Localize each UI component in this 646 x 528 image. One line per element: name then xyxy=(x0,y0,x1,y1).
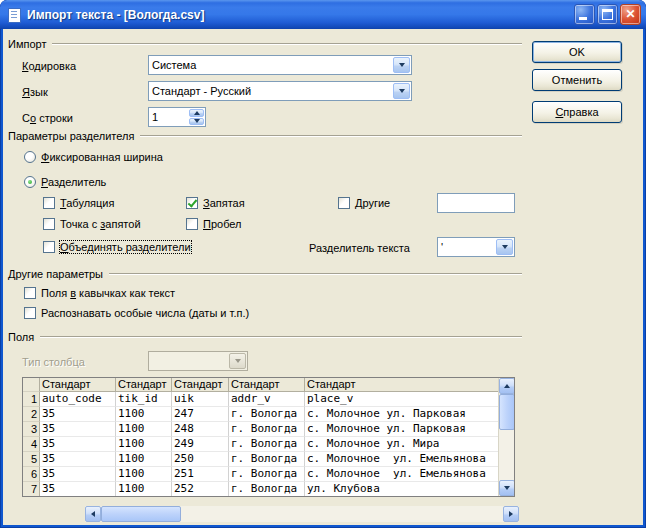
checkbox-detect-special[interactable]: Распознавать особые числа (даты и т.п.) xyxy=(24,306,249,320)
arrow-up-icon[interactable] xyxy=(499,378,515,394)
section-separator: Параметры разделителя xyxy=(8,129,522,142)
vertical-scroll-thumb[interactable] xyxy=(499,394,515,430)
checkbox-space[interactable]: Пробел xyxy=(186,217,242,231)
window-title: Импорт текста - [Вологда.csv] xyxy=(27,8,569,22)
checkbox-merge-delimiters[interactable]: Объединять разделители xyxy=(43,240,191,254)
checkbox-other-label: Другие xyxy=(355,197,390,209)
chevron-up-icon[interactable] xyxy=(189,109,204,117)
chevron-down-icon[interactable] xyxy=(393,57,410,73)
table-cell: с. Молочное ул. Парковая xyxy=(305,422,498,437)
table-cell: 250 xyxy=(172,452,229,467)
table-cell: с. Молочное ул. Емельянова xyxy=(305,452,498,467)
table-cell: г. Вологда xyxy=(229,407,305,422)
table-cell: г. Вологда xyxy=(229,422,305,437)
section-other: Другие параметры xyxy=(8,267,522,280)
section-import: Импорт xyxy=(8,37,522,50)
table-cell: 35 xyxy=(40,452,116,467)
checkbox-icon xyxy=(338,197,350,209)
column-type-value xyxy=(149,352,228,370)
preview-table-grid: Стандарт Стандарт Стандарт Стандарт Стан… xyxy=(23,378,498,496)
table-cell: с. Молочное ул. Мира xyxy=(305,437,498,452)
titlebar[interactable]: Импорт текста - [Вологда.csv] ✕ xyxy=(0,0,646,29)
row-number: 4 xyxy=(23,437,40,452)
table-horizontal-scrollbar[interactable] xyxy=(85,506,519,522)
chevron-down-icon[interactable] xyxy=(496,239,513,255)
table-cell: addr_v xyxy=(229,392,305,407)
close-button[interactable]: ✕ xyxy=(620,4,641,25)
chevron-down-icon[interactable] xyxy=(189,118,204,126)
charset-combo[interactable]: Система xyxy=(148,55,412,75)
radio-icon xyxy=(24,151,36,163)
section-divider xyxy=(109,273,522,275)
radio-icon xyxy=(24,176,36,188)
from-row-input[interactable] xyxy=(149,108,188,126)
horizontal-scroll-track[interactable] xyxy=(101,506,503,522)
charset-value: Система xyxy=(149,56,392,74)
table-cell: с. Молочное ул. Емельянова xyxy=(305,467,498,482)
checkbox-icon xyxy=(24,287,36,299)
checkbox-detect-special-label: Распознавать особые числа (даты и т.п.) xyxy=(41,307,249,319)
table-row: 3351100248г. Вологдас. Молочное ул. Парк… xyxy=(23,422,498,437)
row-number: 7 xyxy=(23,482,40,496)
chevron-down-icon[interactable] xyxy=(393,83,410,99)
radio-delimiter[interactable]: Разделитель xyxy=(24,175,106,189)
minimize-button[interactable] xyxy=(574,4,595,25)
arrow-down-icon[interactable] xyxy=(499,480,515,496)
checkbox-checked-icon xyxy=(186,197,198,209)
table-cell: 1100 xyxy=(116,437,172,452)
horizontal-scroll-thumb[interactable] xyxy=(101,506,181,522)
from-row-label: Со строки xyxy=(22,112,73,124)
table-cell: ул. Клубова xyxy=(305,482,498,496)
table-cell: 1100 xyxy=(116,452,172,467)
charset-label: Кодировка xyxy=(22,60,76,72)
row-number: 2 xyxy=(23,407,40,422)
document-icon xyxy=(6,7,22,23)
column-header[interactable]: Стандарт xyxy=(305,378,498,392)
vertical-scroll-track[interactable] xyxy=(499,394,514,480)
checkbox-quoted-label: Поля в кавычках как текст xyxy=(41,287,175,299)
checkbox-space-label: Пробел xyxy=(203,218,242,230)
column-header[interactable]: Стандарт xyxy=(229,378,305,392)
section-other-label: Другие параметры xyxy=(8,268,103,280)
checkbox-comma[interactable]: Запятая xyxy=(186,196,245,210)
section-divider xyxy=(40,336,522,338)
column-header[interactable]: Стандарт xyxy=(40,378,116,392)
table-row: 2351100247г. Вологдас. Молочное ул. Парк… xyxy=(23,407,498,422)
maximize-button[interactable] xyxy=(597,4,618,25)
table-cell: 1100 xyxy=(116,482,172,496)
cancel-button[interactable]: Отменить xyxy=(532,69,622,91)
table-cell: auto_code xyxy=(40,392,116,407)
table-cell: 1100 xyxy=(116,407,172,422)
other-separator-input[interactable] xyxy=(437,193,515,213)
table-vertical-scrollbar[interactable] xyxy=(498,378,514,496)
table-row: 1auto_codetik_iduikaddr_vplace_v xyxy=(23,392,498,407)
radio-fixed-width[interactable]: Фиксированная ширина xyxy=(24,150,163,164)
column-header[interactable]: Стандарт xyxy=(172,378,229,392)
column-header[interactable]: Стандарт xyxy=(116,378,172,392)
table-cell: 247 xyxy=(172,407,229,422)
row-number: 5 xyxy=(23,452,40,467)
text-delimiter-combo[interactable]: ' xyxy=(437,237,515,257)
section-fields-label: Поля xyxy=(8,331,34,343)
table-cell: 35 xyxy=(40,407,116,422)
arrow-left-icon[interactable] xyxy=(85,506,101,522)
checkbox-merge-label: Объединять разделители xyxy=(60,241,191,253)
from-row-spinner[interactable] xyxy=(148,107,206,127)
arrow-right-icon[interactable] xyxy=(503,506,519,522)
checkbox-quoted-as-text[interactable]: Поля в кавычках как текст xyxy=(24,286,175,300)
help-button[interactable]: Справка xyxy=(532,101,622,123)
language-combo[interactable]: Стандарт - Русский xyxy=(148,81,412,101)
section-separator-label: Параметры разделителя xyxy=(8,130,134,142)
text-delimiter-value: ' xyxy=(438,238,495,256)
row-number: 6 xyxy=(23,467,40,482)
checkbox-semicolon[interactable]: Точка с запятой xyxy=(43,217,141,231)
table-row: 5351100250г. Вологдас. Молочное ул. Емел… xyxy=(23,452,498,467)
preview-table[interactable]: Стандарт Стандарт Стандарт Стандарт Стан… xyxy=(22,377,515,497)
table-row: 7351100252г. Вологдаул. Клубова xyxy=(23,482,498,496)
table-cell: 249 xyxy=(172,437,229,452)
preview-table-header: Стандарт Стандарт Стандарт Стандарт Стан… xyxy=(23,378,498,392)
ok-button[interactable]: OK xyxy=(532,41,622,63)
table-cell: 35 xyxy=(40,437,116,452)
checkbox-tab[interactable]: Табуляция xyxy=(43,196,114,210)
checkbox-other[interactable]: Другие xyxy=(338,196,390,210)
